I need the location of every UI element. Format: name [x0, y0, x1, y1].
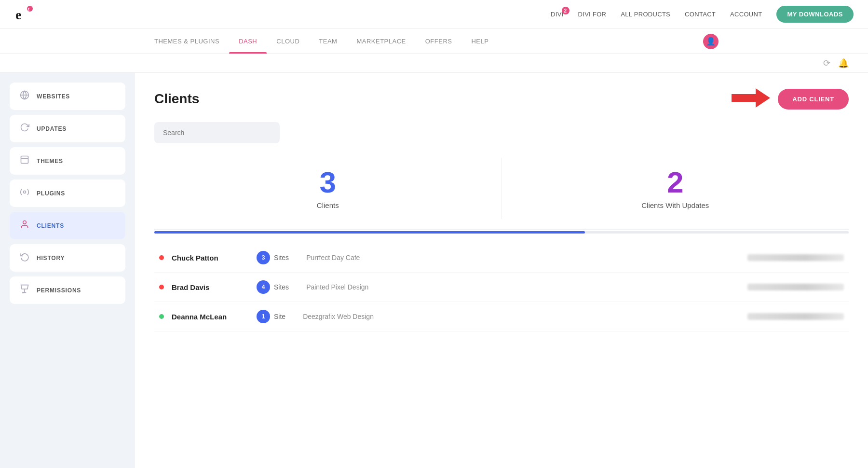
layout: WEBSITES UPDATES THEMES PLUGINS CLIENTS	[0, 73, 868, 468]
sites-badge: 1 Site	[257, 310, 285, 323]
sidebar-label-websites: WEBSITES	[37, 93, 70, 100]
clients-icon	[19, 220, 30, 232]
sidebar: WEBSITES UPDATES THEMES PLUGINS CLIENTS	[0, 73, 135, 468]
table-row[interactable]: Brad Davis 4 Sites Painted Pixel Design	[154, 273, 849, 302]
sidebar-label-permissions: PERMISSIONS	[37, 287, 81, 294]
sidebar-item-websites[interactable]: WEBSITES	[10, 83, 125, 110]
top-nav: e t DIVI 2 DIVI FOR ALL PRODUCTS CONTACT…	[0, 0, 868, 29]
page-title: Clients	[154, 91, 199, 107]
bell-icon[interactable]: 🔔	[838, 58, 849, 69]
status-dot-red	[159, 255, 164, 260]
table-row[interactable]: Deanna McLean 1 Site Deezgrafix Web Desi…	[154, 302, 849, 331]
sidebar-label-updates: UPDATES	[37, 125, 67, 132]
svg-text:t: t	[28, 7, 29, 12]
svg-point-8	[23, 221, 27, 224]
add-client-button[interactable]: ADD CLIENT	[778, 89, 849, 110]
svg-rect-5	[21, 156, 28, 164]
divi-link[interactable]: DIVI 2	[551, 11, 563, 18]
client-company: Deezgrafix Web Design	[303, 313, 740, 320]
progress-bar-container	[154, 231, 849, 234]
nav-themes-plugins[interactable]: THEMES & PLUGINS	[145, 29, 229, 54]
search-input[interactable]	[154, 122, 280, 143]
divi-badge: 2	[562, 7, 570, 14]
main-content: Clients ADD CLIENT 3 Clients 2 Clien	[135, 73, 868, 468]
sites-badge: 4 Sites	[257, 280, 289, 294]
sidebar-label-plugins: PLUGINS	[37, 190, 65, 197]
profile-icon[interactable]: 👤	[703, 34, 719, 49]
second-nav: THEMES & PLUGINS DASH CLOUD TEAM MARKETP…	[0, 29, 868, 54]
sites-label: Sites	[274, 254, 289, 262]
sites-count-badge: 1	[257, 310, 270, 323]
stat-clients-updates: 2 Clients With Updates	[502, 158, 849, 219]
nav-marketplace[interactable]: MARKETPLACE	[347, 29, 415, 54]
sidebar-item-updates[interactable]: UPDATES	[10, 115, 125, 142]
client-name: Brad Davis	[172, 283, 249, 291]
stat-clients: 3 Clients	[154, 158, 502, 219]
account-link[interactable]: ACCOUNT	[730, 11, 762, 18]
plugins-icon	[19, 187, 30, 199]
second-nav-right: 👤	[703, 34, 723, 49]
sidebar-label-themes: THEMES	[37, 158, 63, 165]
nav-team[interactable]: TEAM	[309, 29, 347, 54]
stats-row: 3 Clients 2 Clients With Updates	[154, 158, 849, 230]
globe-icon	[19, 90, 30, 102]
sidebar-item-history[interactable]: HISTORY	[10, 244, 125, 272]
sidebar-label-history: HISTORY	[37, 255, 65, 262]
contact-link[interactable]: CONTACT	[685, 11, 716, 18]
sites-label: Sites	[274, 283, 289, 291]
sidebar-item-plugins[interactable]: PLUGINS	[10, 179, 125, 207]
sidebar-label-clients: CLIENTS	[37, 222, 64, 229]
add-client-arrow	[732, 87, 770, 110]
client-name: Deanna McLean	[172, 313, 249, 321]
sites-count-badge: 3	[257, 251, 270, 264]
nav-offers[interactable]: OFFERS	[416, 29, 462, 54]
themes-icon	[19, 155, 30, 167]
stat-updates-number: 2	[512, 167, 840, 197]
progress-bar-fill	[154, 231, 585, 234]
client-name: Chuck Patton	[172, 254, 249, 262]
logo[interactable]: e t	[14, 4, 36, 25]
client-company: Purrfect Day Cafe	[306, 254, 740, 262]
client-company: Painted Pixel Design	[306, 283, 740, 291]
sites-label: Site	[274, 313, 285, 320]
sidebar-item-permissions[interactable]: PERMISSIONS	[10, 276, 125, 304]
sites-count-badge: 4	[257, 280, 270, 294]
client-blurred-info	[747, 313, 844, 320]
page-header: Clients ADD CLIENT	[154, 87, 849, 110]
divi-for-link[interactable]: DIVI FOR	[578, 11, 607, 18]
nav-cloud[interactable]: CLOUD	[267, 29, 309, 54]
add-client-area: ADD CLIENT	[732, 87, 849, 110]
stat-clients-label: Clients	[164, 201, 492, 209]
refresh-icon[interactable]: ⟳	[823, 58, 830, 69]
sidebar-item-themes[interactable]: THEMES	[10, 147, 125, 175]
my-downloads-button[interactable]: MY DOWNLOADS	[776, 6, 854, 23]
status-dot-green	[159, 314, 164, 319]
permissions-icon	[19, 284, 30, 296]
table-row[interactable]: Chuck Patton 3 Sites Purrfect Day Cafe	[154, 243, 849, 273]
sites-badge: 3 Sites	[257, 251, 289, 264]
stat-updates-label: Clients With Updates	[512, 201, 840, 209]
nav-dash[interactable]: DASH	[229, 29, 267, 54]
top-nav-links: DIVI 2 DIVI FOR ALL PRODUCTS CONTACT ACC…	[551, 6, 854, 23]
svg-marker-12	[732, 88, 770, 108]
client-blurred-info	[747, 284, 844, 290]
history-icon	[19, 252, 30, 264]
nav-help[interactable]: HELP	[461, 29, 498, 54]
client-blurred-info	[747, 254, 844, 261]
updates-icon	[19, 123, 30, 135]
toolbar: ⟳ 🔔	[0, 54, 868, 73]
client-list: Chuck Patton 3 Sites Purrfect Day Cafe B…	[154, 243, 849, 331]
svg-point-7	[24, 191, 26, 193]
stat-clients-number: 3	[164, 167, 492, 197]
all-products-link[interactable]: ALL PRODUCTS	[621, 11, 670, 18]
svg-text:e: e	[15, 7, 21, 22]
sidebar-item-clients[interactable]: CLIENTS	[10, 212, 125, 239]
status-dot-red	[159, 285, 164, 289]
